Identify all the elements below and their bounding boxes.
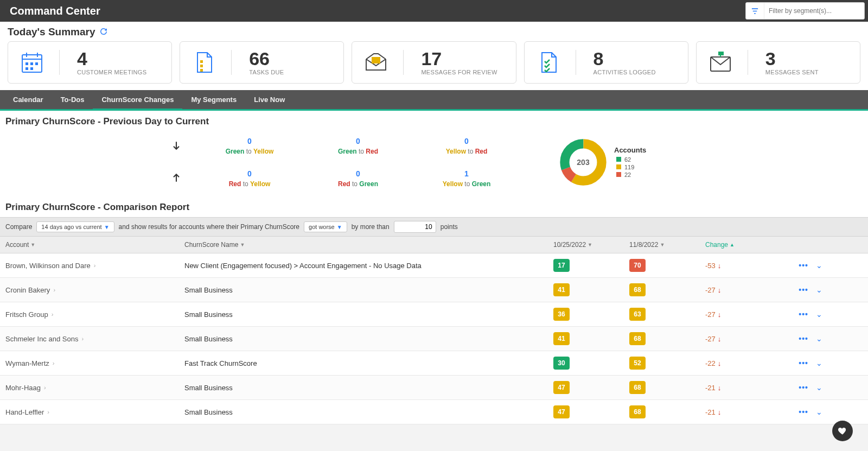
row-more-icon[interactable]: ••• <box>799 310 808 319</box>
transition-cell: 0 Yellow to Red <box>446 137 488 155</box>
tab-my-segments[interactable]: My Segments <box>182 90 245 109</box>
tab-live-now[interactable]: Live Now <box>245 90 293 109</box>
score-badge-a: 41 <box>553 332 570 345</box>
score-badge-a: 41 <box>553 283 570 296</box>
donut-total: 203 <box>559 138 608 187</box>
chevron-right-icon: › <box>53 360 55 366</box>
refresh-icon[interactable] <box>100 28 107 37</box>
churnscore-name: Small Business <box>184 408 553 416</box>
score-badge-a: 17 <box>553 259 570 272</box>
card-value: 3 <box>765 49 819 68</box>
row-expand-icon[interactable]: ⌄ <box>816 261 822 270</box>
row-more-icon[interactable]: ••• <box>799 359 808 367</box>
svg-rect-6 <box>200 60 203 63</box>
churnscore-name: Small Business <box>184 310 553 319</box>
row-more-icon[interactable]: ••• <box>799 383 808 392</box>
row-more-icon[interactable]: ••• <box>799 334 808 343</box>
summary-card[interactable]: 3MESSAGES SENT <box>696 41 860 84</box>
score-badge-b: 68 <box>629 381 646 394</box>
summary-card[interactable]: 66TASKS DUE <box>180 41 344 84</box>
summary-card[interactable]: 8ACTIVITIES LOGGED <box>524 41 688 84</box>
card-label: ACTIVITIES LOGGED <box>593 69 656 75</box>
row-more-icon[interactable]: ••• <box>799 408 808 416</box>
transition-value: 0 <box>226 137 274 145</box>
row-expand-icon[interactable]: ⌄ <box>816 383 822 392</box>
col-account[interactable]: Account▼ <box>5 241 184 249</box>
account-link[interactable]: Mohr-Haag› <box>5 384 184 392</box>
card-label: CUSTOMER MEETINGS <box>77 69 146 75</box>
row-expand-icon[interactable]: ⌄ <box>816 334 822 343</box>
table-row: Fritsch Group› Small Business 36 63 -27↓… <box>0 302 868 327</box>
score-badge-b: 68 <box>629 405 646 418</box>
legend-value: 62 <box>624 156 631 163</box>
row-expand-icon[interactable]: ⌄ <box>816 285 822 294</box>
compare-direction-dropdown[interactable]: got worse ▼ <box>304 221 347 232</box>
transition-value: 0 <box>338 137 378 145</box>
chevron-right-icon: › <box>47 409 49 415</box>
col-date-a[interactable]: 10/25/2022▼ <box>553 241 629 249</box>
card-label: MESSAGES FOR REVIEW <box>421 69 497 75</box>
arrow-down-icon: ↓ <box>718 310 722 319</box>
row-expand-icon[interactable]: ⌄ <box>816 310 822 319</box>
score-badge-a: 47 <box>553 405 570 418</box>
account-link[interactable]: Brown, Wilkinson and Dare› <box>5 262 184 270</box>
chevron-right-icon: › <box>44 384 46 391</box>
account-link[interactable]: Cronin Bakery› <box>5 286 184 294</box>
tab-churnscore-changes[interactable]: ChurnScore Changes <box>93 91 182 110</box>
chevron-right-icon: › <box>94 262 96 269</box>
transition-cell: 0 Red to Green <box>338 169 378 188</box>
summary-card[interactable]: 4CUSTOMER MEETINGS <box>8 41 172 84</box>
score-badge-b: 68 <box>629 332 646 345</box>
account-link[interactable]: Wyman-Mertz› <box>5 359 184 367</box>
compare-direction-value: got worse <box>309 224 335 230</box>
legend-value: 22 <box>624 171 631 178</box>
change-value: -22↓ <box>705 359 792 367</box>
filter-icon <box>746 3 764 19</box>
chevron-right-icon: › <box>52 311 54 317</box>
account-link[interactable]: Fritsch Group› <box>5 310 184 319</box>
col-churnscore-name[interactable]: ChurnScore Name▼ <box>184 241 553 249</box>
tab-calendar[interactable]: Calendar <box>4 90 52 109</box>
row-more-icon[interactable]: ••• <box>799 285 808 294</box>
tab-to-dos[interactable]: To-Dos <box>52 90 93 109</box>
change-value: -53↓ <box>705 262 792 270</box>
col-change[interactable]: Change▲ <box>705 241 792 249</box>
account-link[interactable]: Hand-Leffler› <box>5 408 184 416</box>
row-expand-icon[interactable]: ⌄ <box>816 359 822 367</box>
churnscore-name: Small Business <box>184 335 553 343</box>
row-expand-icon[interactable]: ⌄ <box>816 408 822 416</box>
segment-filter[interactable] <box>745 2 865 20</box>
col-date-b[interactable]: 11/8/2022▼ <box>629 241 705 249</box>
compare-range-value: 14 days ago vs current <box>41 224 101 230</box>
legend-row: 119 <box>616 164 646 170</box>
legend-row: 22 <box>616 171 646 178</box>
chevron-right-icon: › <box>53 287 55 293</box>
compare-range-dropdown[interactable]: 14 days ago vs current ▼ <box>36 221 114 232</box>
summary-card[interactable]: 17MESSAGES FOR REVIEW <box>352 41 516 84</box>
churnscore-name: Small Business <box>184 384 553 392</box>
today-summary: Today's Summary 4CUSTOMER MEETINGS66TASK… <box>0 22 868 90</box>
transition-value: 0 <box>338 169 378 178</box>
svg-rect-4 <box>25 67 28 70</box>
row-more-icon[interactable]: ••• <box>799 261 808 270</box>
table-row: Mohr-Haag› Small Business 47 68 -21↓ •••… <box>0 376 868 400</box>
chevron-down-icon: ▼ <box>104 224 110 230</box>
svg-rect-2 <box>30 62 33 65</box>
arrow-down-icon: ↓ <box>718 359 722 367</box>
arrow-down-icon: ↓ <box>718 335 722 343</box>
arrow-down-icon: ↓ <box>718 384 722 392</box>
transition-value: 0 <box>229 169 271 178</box>
table-row: Cronin Bakery› Small Business 41 68 -27↓… <box>0 278 868 302</box>
legend-row: 62 <box>616 156 646 163</box>
arrow-down-icon <box>171 140 182 153</box>
comparison-filter-bar: Compare 14 days ago vs current ▼ and sho… <box>0 217 868 237</box>
compare-points-input[interactable] <box>394 221 436 233</box>
legend-swatch <box>616 157 621 162</box>
segment-filter-input[interactable] <box>764 7 864 15</box>
card-value: 8 <box>593 49 656 68</box>
card-value: 66 <box>249 49 284 68</box>
change-value: -21↓ <box>705 408 792 416</box>
donut-legend: Accounts 6211922 <box>616 146 646 179</box>
account-link[interactable]: Schmeler Inc and Sons› <box>5 335 184 343</box>
arrow-down-icon: ↓ <box>718 262 722 270</box>
